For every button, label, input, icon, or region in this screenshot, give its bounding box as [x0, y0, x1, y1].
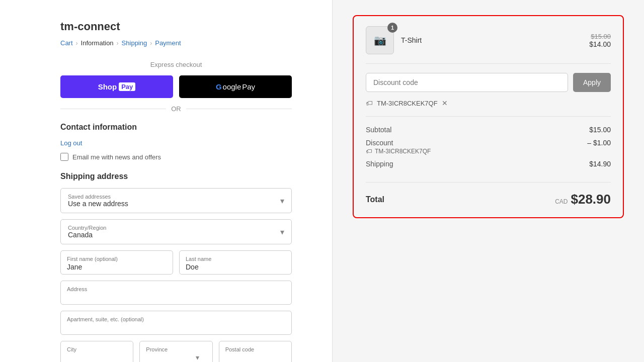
- subtotal-value: $15.00: [589, 126, 611, 134]
- discount-detail: 🏷 TM-3ICR8CKEK7QF: [366, 148, 431, 155]
- postal-label: Postal code: [225, 346, 285, 352]
- product-name: T-Shirt: [401, 36, 422, 44]
- subtotal-label: Subtotal: [366, 126, 391, 134]
- address-input[interactable]: [67, 293, 285, 301]
- discount-value: – $1.00: [587, 139, 611, 155]
- breadcrumb-cart[interactable]: Cart: [60, 39, 73, 47]
- total-row: Total CAD $28.90: [366, 192, 611, 207]
- apartment-field[interactable]: Apartment, suite, etc. (optional): [60, 311, 292, 335]
- product-badge: 1: [387, 23, 397, 33]
- breadcrumb-sep-2: ›: [117, 40, 119, 47]
- express-buttons: Shop Pay Google Pay: [60, 75, 292, 98]
- saved-addresses-value: Use a new address: [68, 200, 128, 208]
- address-field[interactable]: Address: [60, 281, 292, 305]
- city-field[interactable]: City: [60, 341, 133, 362]
- province-select[interactable]: [146, 353, 206, 361]
- contact-title: Contact information: [60, 123, 292, 132]
- product-thumbnail: 1 📷: [366, 26, 394, 54]
- shipping-line: Shipping $14.90: [366, 160, 611, 168]
- chevron-down-icon: ▾: [280, 196, 284, 206]
- saved-addresses-label: Saved addresses: [68, 194, 128, 200]
- breadcrumb-payment[interactable]: Payment: [155, 39, 181, 47]
- order-summary-box: 1 📷 T-Shirt $15.00 $14.00 Apply 🏷 TM-3IC…: [353, 15, 624, 218]
- shipping-title: Shipping address: [60, 172, 292, 181]
- address-label: Address: [67, 286, 285, 292]
- last-name-field[interactable]: Last name: [179, 250, 292, 275]
- city-label: City: [67, 346, 127, 352]
- city-province-row: City Province Postal code: [60, 341, 292, 362]
- price-original: $15.00: [589, 33, 611, 40]
- remove-discount-button[interactable]: ✕: [442, 100, 448, 107]
- gpay-logo: Google Pay: [216, 82, 255, 91]
- breadcrumb-sep-1: ›: [76, 40, 78, 47]
- applied-discount-code: TM-3ICR8CKEK7QF: [377, 100, 438, 107]
- camera-icon: 📷: [374, 34, 386, 46]
- apply-button[interactable]: Apply: [573, 73, 611, 92]
- discount-tag-row: 🏷 TM-3ICR8CKEK7QF ✕: [366, 99, 611, 117]
- total-value: $28.90: [571, 192, 611, 207]
- breadcrumb-information: Information: [81, 39, 114, 47]
- country-field[interactable]: Country/Region Canada ▾: [60, 219, 292, 244]
- first-name-field[interactable]: First name (optional): [60, 250, 173, 275]
- discount-detail-icon: 🏷: [366, 148, 372, 155]
- country-label: Country/Region: [68, 225, 106, 231]
- apartment-label: Apartment, suite, etc. (optional): [67, 316, 285, 322]
- apartment-input[interactable]: [67, 323, 285, 331]
- summary-lines: Subtotal $15.00 Discount 🏷 TM-3ICR8CKEK7…: [366, 126, 611, 183]
- or-divider: OR: [60, 105, 292, 113]
- total-currency: CAD: [555, 198, 568, 205]
- right-panel: 1 📷 T-Shirt $15.00 $14.00 Apply 🏷 TM-3IC…: [332, 0, 644, 362]
- postal-field[interactable]: Postal code: [219, 341, 292, 362]
- product-row: 1 📷 T-Shirt $15.00 $14.00: [366, 26, 611, 64]
- discount-label: Discount 🏷 TM-3ICR8CKEK7QF: [366, 139, 431, 155]
- last-name-input[interactable]: [186, 263, 285, 271]
- discount-input-row: Apply: [366, 73, 611, 92]
- email-checkbox-row: Email me with news and offers: [60, 153, 292, 161]
- breadcrumb-shipping[interactable]: Shipping: [122, 39, 147, 47]
- email-checkbox-label: Email me with news and offers: [72, 153, 161, 161]
- shipping-label: Shipping: [366, 160, 393, 168]
- total-label: Total: [366, 195, 384, 204]
- tag-icon: 🏷: [366, 99, 373, 107]
- gpay-button[interactable]: Google Pay: [179, 75, 292, 98]
- province-field[interactable]: Province: [139, 341, 212, 362]
- discount-code-detail: TM-3ICR8CKEK7QF: [375, 148, 431, 155]
- total-amount: CAD $28.90: [555, 192, 611, 207]
- province-label: Province: [146, 346, 206, 352]
- first-name-label: First name (optional): [67, 256, 167, 262]
- left-panel: tm-connect Cart › Information › Shipping…: [0, 0, 332, 362]
- name-row: First name (optional) Last name: [60, 250, 292, 275]
- subtotal-line: Subtotal $15.00: [366, 126, 611, 134]
- first-name-input[interactable]: [67, 263, 167, 271]
- saved-addresses-field[interactable]: Saved addresses Use a new address ▾: [60, 188, 292, 213]
- breadcrumb-sep-3: ›: [150, 40, 152, 47]
- discount-line: Discount 🏷 TM-3ICR8CKEK7QF – $1.00: [366, 139, 611, 155]
- product-prices: $15.00 $14.00: [589, 33, 611, 48]
- price-discounted: $14.00: [589, 40, 611, 48]
- logout-link[interactable]: Log out: [60, 139, 82, 147]
- breadcrumb: Cart › Information › Shipping › Payment: [60, 39, 292, 47]
- express-checkout-label: Express checkout: [60, 61, 292, 68]
- last-name-label: Last name: [186, 256, 285, 262]
- chevron-down-icon-2: ▾: [280, 227, 284, 237]
- shoppay-logo: Shop Pay: [98, 82, 136, 91]
- country-value: Canada: [68, 231, 106, 239]
- discount-code-input[interactable]: [366, 73, 568, 92]
- store-title: tm-connect: [60, 20, 292, 33]
- postal-input[interactable]: [225, 353, 285, 361]
- product-info: 1 📷 T-Shirt: [366, 26, 422, 54]
- shoppay-button[interactable]: Shop Pay: [60, 75, 173, 98]
- email-checkbox[interactable]: [60, 153, 68, 161]
- city-input[interactable]: [67, 353, 127, 361]
- shipping-value: $14.90: [589, 160, 611, 168]
